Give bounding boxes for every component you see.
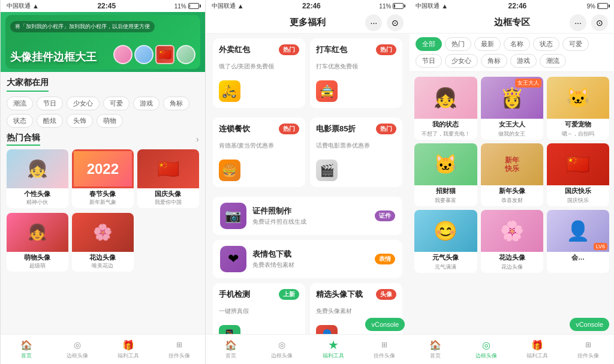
frame-icon-1: ◎ (71, 339, 83, 351)
frame-img-0: 👧 (414, 77, 477, 119)
welfare-name-3: 电影票85折 (316, 124, 356, 134)
nav-welfare-2[interactable]: ★ 福利工具 (308, 335, 359, 364)
hot-arrow-icon[interactable]: › (196, 134, 199, 144)
frame-item-1[interactable]: 👸 女王大人 女王大人 做我的女王 (481, 77, 543, 140)
tab-badge[interactable]: 角标 (481, 54, 507, 68)
battery-fill-1 (189, 4, 191, 8)
welfare-name-2: 连锁餐饮 (219, 124, 250, 134)
frame-sub-5: 国庆快乐 (547, 197, 609, 206)
nav-welfare-3[interactable]: 🎁 福利工具 (512, 335, 563, 364)
nav-pendant-2[interactable]: ⊞ 挂件头像 (359, 335, 410, 364)
battery-fill-2 (394, 4, 395, 8)
welfare-icon-6: 📱 (219, 325, 240, 334)
welfare-name-5: 表情包下载 (252, 249, 369, 260)
nav-frame-1[interactable]: ◎ 边框头像 (52, 335, 103, 364)
frame-item-5[interactable]: 🇨🇳 国庆快乐 国庆快乐 (547, 143, 609, 206)
status-bar-1: 中国联通 ▲ 22:45 11% (1, 0, 205, 12)
frame-name-2: 可爱宠物 (547, 119, 609, 130)
nav-welfare-label-1: 福利工具 (118, 352, 139, 360)
scan-icon-3[interactable]: ⊙ (591, 14, 608, 31)
frame-item-7[interactable]: 🌸 花边头像 花边头像 (481, 210, 543, 273)
grid-item-2[interactable]: 🇨🇳 国庆头像 我爱你中国 (137, 149, 199, 208)
nav-pendant-3[interactable]: ⊞ 挂件头像 (563, 335, 614, 364)
grid-sub-0: 精神小伙 (7, 198, 68, 208)
dots-icon-2[interactable]: ··· (365, 14, 382, 31)
frame-item-3[interactable]: 🐱 招财猫 我要暴富 (414, 143, 477, 206)
nav-home-3[interactable]: 🏠 首页 (410, 335, 460, 364)
status-left-3: 中国联通 ▲ (416, 2, 448, 10)
welfare-item-3[interactable]: 电影票85折 热门 话费电影票券优惠券 🎬 (310, 118, 402, 187)
nav-home-2[interactable]: 🏠 首页 (206, 335, 257, 364)
vconsole-3[interactable]: vConsole (570, 318, 609, 331)
frame-item-8[interactable]: 👤 LV6 会… (547, 210, 609, 273)
nav-frame-label-2: 边框头像 (271, 352, 293, 360)
tag-girly[interactable]: 少女心 (67, 97, 100, 110)
welfare-item-0[interactable]: 外卖红包 热门 饿了么/美团券免费领 🛵 (213, 38, 305, 108)
scan-icon-2[interactable]: ⊙ (387, 14, 404, 31)
avatar-2 (134, 45, 154, 64)
tab-hot[interactable]: 热门 (445, 37, 471, 51)
frame-name-1: 女王大人 (481, 119, 543, 130)
tab-status[interactable]: 状态 (533, 37, 559, 51)
welfare-name-1: 打车红包 (316, 44, 347, 55)
tag-holiday[interactable]: 节日 (37, 97, 63, 110)
grid-item-1[interactable]: 2022 春节头像 新年新气象 (72, 149, 134, 208)
vconsole-2[interactable]: vConsole (365, 318, 405, 331)
battery-fill-3 (598, 4, 599, 8)
welfare-item-4[interactable]: 📷 证件照制作 免费证件照在线生成 证件 (213, 197, 403, 235)
tag-status[interactable]: 状态 (7, 114, 33, 128)
grid-img-0: 👧 (7, 149, 68, 188)
status-right-1: 11% (174, 3, 199, 10)
welfare-item-1[interactable]: 打车红包 热门 打车优惠免费领 🚖 (310, 38, 402, 108)
welfare-badge-4: 证件 (375, 210, 395, 221)
wifi-icon-3: ▲ (441, 2, 448, 10)
welfare-item-2[interactable]: 连锁餐饮 热门 肯德基/麦当劳优惠券 🍔 (213, 118, 305, 187)
nav-welfare-label-3: 福利工具 (526, 352, 548, 360)
nav-welfare-1[interactable]: 🎁 福利工具 (103, 335, 154, 364)
welfare-desc-3: 话费电影票券优惠券 (316, 142, 370, 150)
tag-cute[interactable]: 可爱 (103, 97, 130, 110)
nav-frame-2[interactable]: ◎ 边框头像 (257, 335, 308, 364)
welfare-name-6: 手机检测 (219, 289, 250, 300)
frame-item-6[interactable]: 😊 元气头像 元气满满 (414, 210, 477, 273)
nav-frame-3[interactable]: ◎ 边框头像 (461, 335, 512, 364)
tag-game[interactable]: 游戏 (133, 97, 159, 110)
tag-cool[interactable]: 酷炫 (37, 114, 63, 128)
hot-title: 热门合辑 (7, 133, 40, 146)
tag-trendy[interactable]: 潮流 (7, 97, 33, 110)
tag-pet[interactable]: 萌物 (97, 114, 123, 128)
battery-icon-1 (188, 3, 199, 9)
status-bar-3: 中国联通 ▲ 22:46 9% (410, 0, 614, 12)
tab-holiday[interactable]: 节日 (416, 54, 442, 68)
tab-game[interactable]: 游戏 (510, 54, 537, 68)
grid-item-0[interactable]: 👧 个性头像 精神小伙 (7, 149, 68, 208)
grid-label-1: 春节头像 (72, 188, 134, 198)
tab-cute[interactable]: 可爱 (562, 37, 589, 51)
frame-img-8: 👤 LV6 (547, 210, 609, 252)
grid-item-extra-1[interactable]: 🌸 花边头像 唯美花边 (72, 213, 134, 272)
welfare-item-5[interactable]: ❤ 表情包下载 免费表情包素材 表情 (213, 240, 403, 278)
frame-overlay-1: 女王大人 (515, 79, 541, 88)
nav-home-1[interactable]: 🏠 首页 (1, 335, 52, 364)
welfare-item-6[interactable]: 手机检测 上新 一键辨真假 📱 (213, 283, 305, 334)
frame-sub-0: 不想了，我要充电！ (414, 130, 477, 140)
tab-trendy[interactable]: 潮流 (540, 54, 566, 68)
tab-girly[interactable]: 少女心 (445, 54, 478, 68)
grid-item-extra-0[interactable]: 👧 萌物头像 超级萌 (7, 213, 68, 272)
banner-avatars: 🇨🇳 (113, 45, 195, 64)
nav-pendant-1[interactable]: ⊞ 挂件头像 (154, 335, 205, 364)
tab-name[interactable]: 名称 (504, 37, 530, 51)
dots-icon-3[interactable]: ··· (570, 14, 586, 31)
frame-item-2[interactable]: 🐱 可爱宠物 嗯～，自拍吗 (547, 77, 609, 140)
tag-badge[interactable]: 角标 (163, 97, 189, 110)
frame-item-0[interactable]: 👧 我的状态 不想了，我要充电！ (414, 77, 477, 140)
status-left-2: 中国联通 ▲ (212, 2, 244, 10)
tab-all[interactable]: 全部 (416, 37, 442, 51)
welfare-badge-2: 热门 (279, 124, 299, 134)
frame-item-4[interactable]: 新年快乐 新年头像 恭喜发财 (481, 143, 543, 206)
welfare-title: 更多福利 (290, 17, 326, 28)
tab-new[interactable]: 最新 (474, 37, 501, 51)
home-icon-1: 🏠 (20, 339, 32, 351)
frame-img-7: 🌸 (481, 210, 543, 252)
tag-headdress[interactable]: 头饰 (67, 114, 93, 128)
